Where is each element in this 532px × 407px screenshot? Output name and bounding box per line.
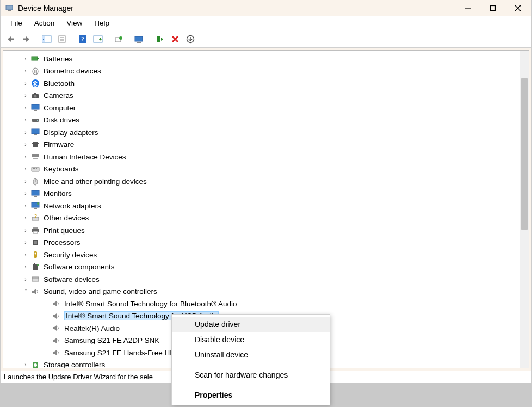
context-menu-item[interactable]: Disable device: [172, 332, 330, 347]
expand-arrow-icon[interactable]: ›: [22, 178, 29, 184]
help-toolbar-button[interactable]: ?: [76, 32, 90, 46]
sound-icon: [30, 287, 40, 296]
scrollbar-thumb[interactable]: [521, 78, 528, 230]
window-title: Device Manager: [18, 4, 73, 13]
status-text: Launches the Update Driver Wizard for th…: [4, 373, 153, 381]
tree-category[interactable]: ˅ Sound, video and game controllers: [3, 286, 520, 298]
svg-rect-33: [34, 110, 37, 111]
menu-view[interactable]: View: [61, 18, 88, 28]
tree-category[interactable]: › Cameras: [3, 90, 520, 102]
expand-arrow-icon[interactable]: ›: [22, 190, 29, 196]
svg-rect-37: [34, 134, 37, 135]
expand-arrow-icon[interactable]: ›: [22, 264, 29, 270]
speaker-icon: [51, 336, 61, 345]
expand-arrow-icon[interactable]: ›: [22, 227, 29, 233]
category-label: Software components: [44, 263, 115, 271]
context-menu-item[interactable]: Uninstall device: [172, 347, 330, 362]
add-legacy-hardware-button[interactable]: [183, 32, 197, 46]
svg-rect-51: [32, 190, 39, 195]
keyboard-icon: [30, 165, 40, 174]
svg-point-72: [34, 363, 37, 367]
expand-arrow-icon[interactable]: ›: [22, 276, 29, 282]
scan-hardware-button[interactable]: [132, 32, 146, 46]
tree-category[interactable]: › Keyboards: [3, 163, 520, 176]
svg-rect-26: [38, 58, 39, 59]
device-label: Samsung S21 FE A2DP SNK: [64, 336, 159, 344]
expand-arrow-icon[interactable]: ›: [22, 215, 29, 221]
show-hide-console-tree-button[interactable]: [40, 32, 54, 46]
tree-category[interactable]: › Software components: [3, 261, 520, 274]
category-label: Monitors: [44, 189, 72, 198]
tree-device[interactable]: › Intel® Smart Sound Technology for Blue…: [3, 298, 520, 310]
tree-category[interactable]: › Batteries: [3, 53, 520, 65]
category-label: Keyboards: [44, 165, 79, 173]
category-label: Computer: [44, 104, 76, 112]
menu-file[interactable]: File: [5, 18, 28, 28]
tree-category[interactable]: › Software devices: [3, 273, 520, 286]
category-label: Mice and other pointing devices: [44, 177, 147, 186]
svg-rect-46: [33, 168, 34, 169]
expand-arrow-icon[interactable]: ›: [22, 92, 29, 98]
svg-rect-52: [34, 196, 37, 197]
firmware-icon: [30, 140, 40, 149]
tree-category[interactable]: › Monitors: [3, 188, 520, 200]
expand-arrow-icon[interactable]: ›: [22, 252, 29, 258]
toolbar: ?: [1, 30, 531, 48]
expand-arrow-icon[interactable]: ›: [22, 117, 29, 123]
tree-category[interactable]: › Mice and other pointing devices: [3, 175, 520, 188]
expand-arrow-icon[interactable]: ›: [22, 130, 29, 135]
tree-category[interactable]: › Disk drives: [3, 114, 520, 127]
expand-arrow-icon[interactable]: ›: [22, 239, 29, 245]
tree-category[interactable]: › Network adapters: [3, 200, 520, 212]
tree-category[interactable]: › Computer: [3, 102, 520, 114]
context-menu-item[interactable]: Update driver: [172, 317, 330, 332]
context-menu-item[interactable]: Properties: [172, 387, 330, 403]
expand-arrow-icon[interactable]: ›: [22, 56, 29, 62]
network-icon: [30, 201, 40, 210]
tree-category[interactable]: › Biometric devices: [3, 65, 520, 78]
enable-device-button[interactable]: [153, 32, 167, 46]
context-menu-item[interactable]: Scan for hardware changes: [172, 367, 330, 383]
svg-rect-54: [34, 208, 37, 209]
expand-arrow-icon[interactable]: ›: [22, 203, 29, 209]
properties-toolbar-button[interactable]: [55, 32, 69, 46]
hid-icon: [30, 152, 40, 161]
uninstall-device-button[interactable]: [168, 32, 182, 46]
expand-arrow-icon[interactable]: ›: [22, 362, 29, 368]
category-label: Batteries: [44, 55, 72, 63]
action-toolbar-button[interactable]: [91, 32, 105, 46]
close-button[interactable]: [505, 0, 530, 16]
expand-arrow-icon[interactable]: ›: [22, 141, 29, 147]
storage-icon: [30, 361, 40, 368]
tree-category[interactable]: › Print queues: [3, 224, 520, 237]
expand-arrow-icon[interactable]: ›: [22, 81, 29, 87]
scrollbar[interactable]: [520, 51, 529, 368]
back-button[interactable]: [4, 32, 18, 46]
category-label: Processors: [44, 238, 81, 246]
svg-rect-36: [32, 129, 39, 134]
forward-button[interactable]: [19, 32, 33, 46]
maximize-button[interactable]: [480, 0, 505, 16]
minimize-button[interactable]: [455, 0, 480, 16]
speaker-icon: [51, 312, 61, 320]
expand-arrow-icon[interactable]: ›: [22, 68, 29, 74]
tree-category[interactable]: › Security devices: [3, 249, 520, 261]
menu-action[interactable]: Action: [29, 18, 60, 28]
category-label: Sound, video and game controllers: [44, 287, 157, 295]
expand-arrow-icon[interactable]: ›: [22, 105, 29, 111]
tree-category[interactable]: › Bluetooth: [3, 77, 520, 90]
menu-help[interactable]: Help: [89, 18, 115, 28]
svg-rect-7: [23, 38, 27, 40]
expand-arrow-icon[interactable]: ˅: [22, 288, 29, 294]
tree-category[interactable]: › Display adapters: [3, 126, 520, 139]
expand-arrow-icon[interactable]: ›: [22, 154, 29, 160]
expand-arrow-icon[interactable]: ›: [22, 166, 29, 172]
update-driver-toolbar-button[interactable]: [112, 32, 126, 46]
svg-rect-43: [32, 154, 39, 157]
tree-category[interactable]: › ? Other devices: [3, 212, 520, 225]
svg-rect-25: [32, 57, 38, 60]
tree-category[interactable]: › Human Interface Devices: [3, 151, 520, 163]
tree-category[interactable]: › Processors: [3, 237, 520, 249]
processor-icon: [30, 238, 40, 247]
tree-category[interactable]: › Firmware: [3, 139, 520, 151]
